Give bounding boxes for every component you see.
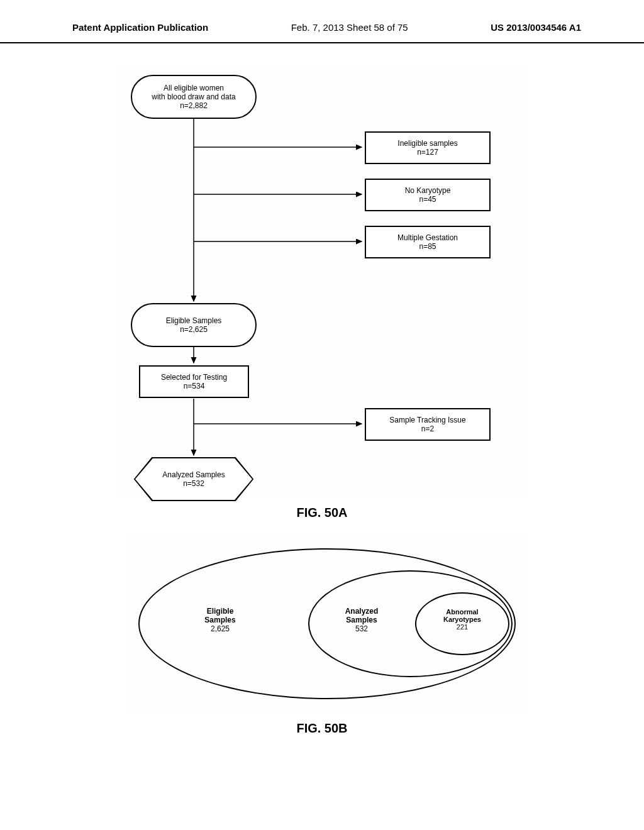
selected-title: Selected for Testing: [161, 373, 227, 382]
ineligible-node: Ineligible samples n=127: [365, 131, 491, 164]
venn-abnormal-title: Abnormal: [446, 608, 478, 616]
flowchart-diagram: All eligible women with blood draw and d…: [116, 69, 528, 496]
venn-analyzed-label: Analyzed Samples 532: [333, 607, 390, 633]
eligible-node: Eligible Samples n=2,625: [131, 303, 257, 347]
selected-value: n=534: [184, 382, 205, 390]
start-value: n=2,882: [180, 101, 208, 110]
tracking-title: Sample Tracking Issue: [389, 416, 465, 424]
header-publication: Patent Application Publication: [72, 22, 208, 33]
selected-node: Selected for Testing n=534: [139, 365, 249, 398]
multiple-title: Multiple Gestation: [397, 233, 458, 242]
multiple-node: Multiple Gestation n=85: [365, 226, 491, 258]
venn-abnormal-label: Abnormal Karyotypes 221: [428, 608, 497, 631]
start-line2: with blood draw and data: [152, 92, 235, 101]
header-patent-number: US 2013/0034546 A1: [491, 22, 581, 33]
venn-eligible-title: Eligible: [207, 607, 234, 616]
ineligible-value: n=127: [417, 148, 438, 157]
venn-eligible-label: Eligible Samples 2,625: [192, 607, 248, 633]
multiple-value: n=85: [419, 242, 436, 251]
venn-eligible-subtitle: Samples: [204, 616, 235, 624]
venn-abnormal-value: 221: [428, 623, 497, 631]
analyzed-node: Analyzed Samples n=532: [134, 457, 253, 501]
analyzed-value: n=532: [183, 479, 204, 488]
ineligible-title: Ineligible samples: [397, 139, 457, 148]
eligible-value: n=2,625: [180, 325, 208, 334]
start-line1: All eligible women: [164, 84, 224, 92]
venn-analyzed-title: Analyzed: [345, 607, 379, 616]
venn-analyzed-value: 532: [333, 624, 390, 633]
venn-diagram: Eligible Samples 2,625 Analyzed Samples …: [126, 536, 528, 712]
tracking-node: Sample Tracking Issue n=2: [365, 408, 491, 441]
venn-analyzed-subtitle: Samples: [346, 616, 377, 624]
figure-label-a: FIG. 50A: [0, 506, 644, 520]
figure-label-b: FIG. 50B: [0, 721, 644, 736]
page-header: Patent Application Publication Feb. 7, 2…: [0, 0, 644, 43]
nokaryotype-value: n=45: [419, 195, 436, 204]
nokaryotype-node: No Karyotype n=45: [365, 179, 491, 211]
nokaryotype-title: No Karyotype: [405, 186, 451, 195]
venn-abnormal-subtitle: Karyotypes: [443, 616, 481, 623]
tracking-value: n=2: [421, 424, 434, 433]
analyzed-title: Analyzed Samples: [162, 470, 225, 479]
eligible-title: Eligible Samples: [166, 316, 222, 325]
header-sheet-info: Feb. 7, 2013 Sheet 58 of 75: [291, 22, 408, 33]
start-node: All eligible women with blood draw and d…: [131, 75, 257, 119]
venn-eligible-value: 2,625: [192, 624, 248, 633]
